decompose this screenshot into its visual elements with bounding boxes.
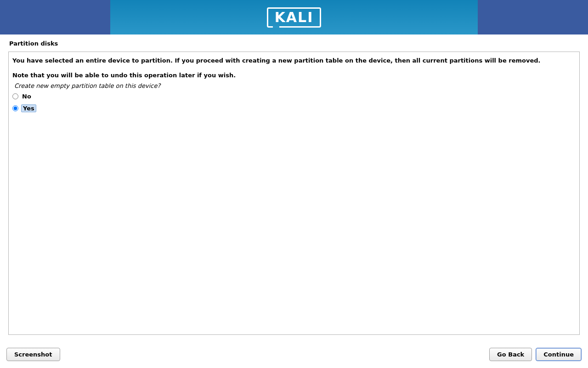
question-text: Create new empty partition table on this…: [14, 82, 576, 89]
option-yes-label[interactable]: Yes: [21, 104, 36, 112]
banner-center: KALI: [110, 0, 478, 34]
option-no-label[interactable]: No: [21, 93, 32, 100]
installer-page: Partition disks You have selected an ent…: [0, 34, 588, 335]
installer-banner: KALI: [0, 0, 588, 34]
screenshot-button[interactable]: Screenshot: [6, 348, 60, 361]
option-yes-radio[interactable]: [12, 105, 18, 111]
footer-bar: Screenshot Go Back Continue: [0, 348, 588, 361]
option-no-radio[interactable]: [12, 93, 18, 99]
option-no-row[interactable]: No: [12, 93, 576, 100]
warning-text-2: Note that you will be able to undo this …: [12, 71, 576, 80]
warning-text-1: You have selected an entire device to pa…: [12, 57, 576, 65]
page-title: Partition disks: [9, 40, 580, 47]
go-back-button[interactable]: Go Back: [489, 348, 532, 361]
option-yes-row[interactable]: Yes: [12, 104, 576, 112]
content-box: You have selected an entire device to pa…: [8, 52, 580, 335]
kali-logo: KALI: [267, 7, 322, 28]
continue-button[interactable]: Continue: [536, 348, 582, 361]
